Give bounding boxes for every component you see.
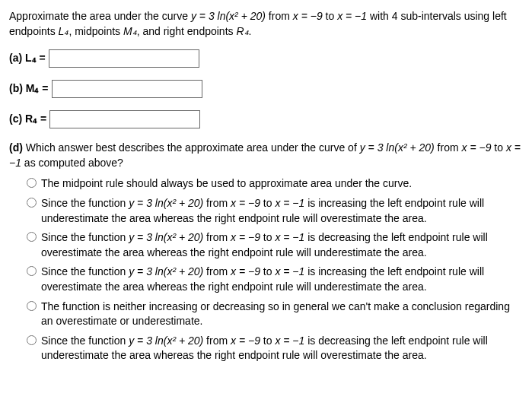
- option-6: Since the function y = 3 ln(x² + 20) fro…: [9, 334, 523, 363]
- part-c-row: (c) R₄ =: [9, 110, 523, 128]
- intro-x2: x = −1: [337, 10, 367, 22]
- o3-pre: Since the function: [41, 231, 129, 243]
- o4-pre: Since the function: [41, 265, 129, 277]
- d-x1: x = −9: [462, 141, 492, 154]
- option-6-label: Since the function y = 3 ln(x² + 20) fro…: [41, 334, 523, 363]
- o6-x1: x = −9: [231, 334, 260, 347]
- intro-mid1: from: [266, 10, 293, 22]
- option-6-radio[interactable]: [27, 335, 37, 345]
- intro-M: M₄: [123, 25, 137, 37]
- option-1-radio[interactable]: [27, 178, 37, 188]
- intro-eq: y = 3 ln(x² + 20): [191, 10, 266, 22]
- intro-pre: Approximate the area under the curve: [9, 10, 191, 22]
- o4-x2: x = −1: [275, 265, 304, 277]
- o2-mid2: to: [260, 197, 275, 209]
- option-2-label: Since the function y = 3 ln(x² + 20) fro…: [41, 196, 523, 226]
- o2-eq: y = 3 ln(x² + 20): [129, 197, 203, 209]
- part-a-row: (a) L₄ =: [9, 49, 523, 68]
- option-2-radio[interactable]: [27, 198, 37, 208]
- option-5: The function is neither increasing or de…: [9, 300, 523, 329]
- option-4-label: Since the function y = 3 ln(x² + 20) fro…: [41, 265, 523, 294]
- option-4-radio[interactable]: [27, 266, 37, 276]
- o6-mid1: from: [203, 334, 231, 347]
- o4-mid1: from: [203, 265, 231, 277]
- option-5-label: The function is neither increasing or de…: [41, 300, 523, 329]
- part-c-label: (c) R₄ =: [9, 112, 46, 127]
- o2-x1: x = −9: [231, 197, 260, 209]
- o4-eq: y = 3 ln(x² + 20): [129, 265, 203, 277]
- l4-input[interactable]: [49, 49, 199, 68]
- d-post: as computed above?: [21, 157, 123, 169]
- question-intro: Approximate the area under the curve y =…: [9, 9, 523, 39]
- option-3: Since the function y = 3 ln(x² + 20) fro…: [9, 230, 523, 260]
- intro-L: L₄: [59, 25, 69, 37]
- o4-mid2: to: [260, 265, 275, 277]
- m4-input[interactable]: [52, 80, 202, 98]
- part-d-text: (d) Which answer best describes the appr…: [9, 141, 523, 170]
- d-mid2: to: [491, 141, 505, 154]
- intro-R: R₄: [236, 25, 248, 37]
- o6-pre: Since the function: [41, 334, 129, 347]
- option-3-radio[interactable]: [27, 232, 37, 242]
- intro-end: .: [249, 25, 252, 37]
- option-1-label: The midpoint rule should always be used …: [41, 176, 523, 192]
- o3-x1: x = −9: [231, 231, 260, 243]
- o3-eq: y = 3 ln(x² + 20): [129, 231, 203, 243]
- o2-mid1: from: [203, 197, 231, 209]
- part-a-label: (a) L₄ =: [9, 51, 46, 66]
- option-1: The midpoint rule should always be used …: [9, 176, 523, 192]
- o2-pre: Since the function: [41, 197, 129, 209]
- d-mid1: from: [435, 141, 462, 154]
- r4-input[interactable]: [49, 110, 200, 128]
- o3-mid1: from: [203, 231, 231, 243]
- o6-mid2: to: [260, 334, 275, 347]
- option-4: Since the function y = 3 ln(x² + 20) fro…: [9, 265, 523, 294]
- option-2: Since the function y = 3 ln(x² + 20) fro…: [9, 196, 523, 226]
- intro-mid4: , and right endpoints: [137, 25, 237, 37]
- d-eq: y = 3 ln(x² + 20): [360, 141, 435, 154]
- intro-mid3: , midpoints: [68, 25, 123, 37]
- o2-x2: x = −1: [275, 197, 304, 209]
- o3-x2: x = −1: [275, 231, 304, 243]
- option-5-radio[interactable]: [27, 301, 37, 311]
- intro-mid2: to: [323, 10, 337, 22]
- part-d-label: (d): [9, 141, 23, 154]
- intro-x1: x = −9: [293, 10, 323, 22]
- o3-mid2: to: [260, 231, 275, 243]
- o6-x2: x = −1: [275, 334, 304, 347]
- d-pre: Which answer best describes the approxim…: [23, 141, 360, 154]
- part-b-row: (b) M₄ =: [9, 80, 523, 98]
- option-3-label: Since the function y = 3 ln(x² + 20) fro…: [41, 230, 523, 260]
- part-b-label: (b) M₄ =: [9, 81, 49, 97]
- o4-x1: x = −9: [231, 265, 260, 277]
- o6-eq: y = 3 ln(x² + 20): [129, 334, 203, 347]
